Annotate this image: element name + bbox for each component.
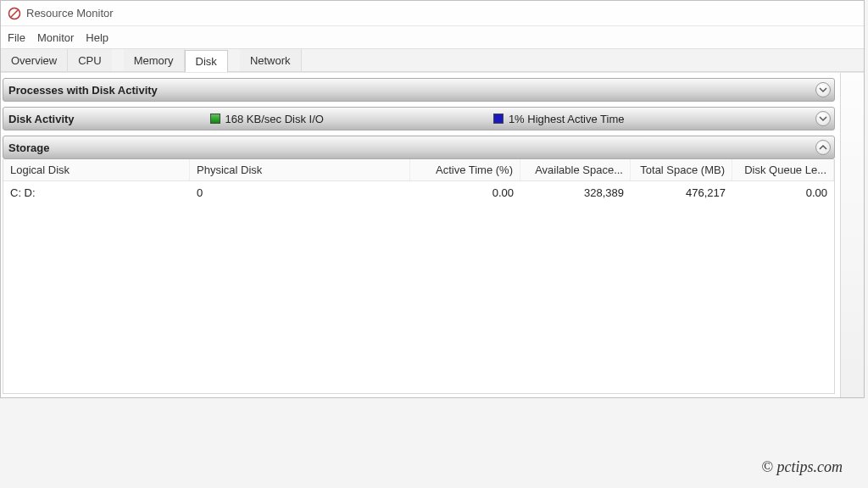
col-physical-disk[interactable]: Physical Disk	[190, 159, 410, 180]
tab-cpu[interactable]: CPU	[68, 49, 111, 71]
chevron-down-icon[interactable]	[815, 111, 831, 126]
chevron-down-icon[interactable]	[815, 82, 831, 97]
cell-total-space: 476,217	[631, 186, 732, 199]
col-logical-disk[interactable]: Logical Disk	[3, 159, 190, 180]
disk-io-metric: 168 KB/sec Disk I/O	[210, 113, 324, 125]
watermark-text: © pctips.com	[761, 458, 843, 476]
cell-active-time: 0.00	[410, 186, 520, 199]
table-empty-area	[3, 203, 834, 393]
right-panel-collapsed[interactable]	[840, 73, 864, 397]
menu-monitor[interactable]: Monitor	[37, 31, 74, 44]
green-swatch-icon	[210, 114, 220, 124]
tab-disk[interactable]: Disk	[185, 50, 228, 72]
col-active-time[interactable]: Active Time (%)	[410, 159, 520, 180]
storage-table: Logical Disk Physical Disk Active Time (…	[3, 159, 835, 394]
svg-line-1	[11, 10, 18, 17]
content-area: Processes with Disk Activity Disk Activi…	[1, 72, 864, 397]
window-title: Resource Monitor	[26, 7, 114, 19]
col-available-space[interactable]: Available Space...	[520, 159, 631, 180]
menu-file[interactable]: File	[8, 31, 25, 44]
tab-network[interactable]: Network	[240, 49, 302, 71]
storage-table-header: Logical Disk Physical Disk Active Time (…	[3, 159, 834, 181]
cell-disk-queue: 0.00	[732, 186, 834, 199]
section-processes-title: Processes with Disk Activity	[8, 84, 158, 97]
menubar: File Monitor Help	[1, 26, 864, 48]
section-processes-header[interactable]: Processes with Disk Activity	[3, 78, 835, 102]
cell-logical-disk: C: D:	[3, 186, 190, 199]
left-panel: Processes with Disk Activity Disk Activi…	[1, 73, 840, 397]
app-icon	[8, 7, 21, 20]
tab-memory[interactable]: Memory	[124, 49, 185, 71]
titlebar: Resource Monitor	[1, 1, 864, 26]
section-disk-activity-title: Disk Activity	[8, 113, 75, 125]
section-storage-header[interactable]: Storage	[3, 136, 835, 159]
cell-physical-disk: 0	[190, 186, 410, 199]
resource-monitor-window: Resource Monitor File Monitor Help Overv…	[0, 0, 865, 398]
tab-overview[interactable]: Overview	[1, 49, 68, 71]
col-total-space[interactable]: Total Space (MB)	[631, 159, 732, 180]
tabstrip: Overview CPU Memory Disk Network	[1, 48, 864, 72]
active-time-metric: 1% Highest Active Time	[493, 113, 625, 125]
table-row[interactable]: C: D: 0 0.00 328,389 476,217 0.00	[3, 181, 834, 203]
section-storage-title: Storage	[8, 141, 49, 154]
section-disk-activity-header[interactable]: Disk Activity 168 KB/sec Disk I/O 1% Hig…	[3, 107, 835, 130]
menu-help[interactable]: Help	[86, 31, 108, 44]
cell-available-space: 328,389	[520, 186, 631, 199]
col-disk-queue[interactable]: Disk Queue Le...	[732, 159, 834, 180]
blue-swatch-icon	[493, 114, 504, 124]
chevron-up-icon[interactable]	[815, 140, 831, 155]
